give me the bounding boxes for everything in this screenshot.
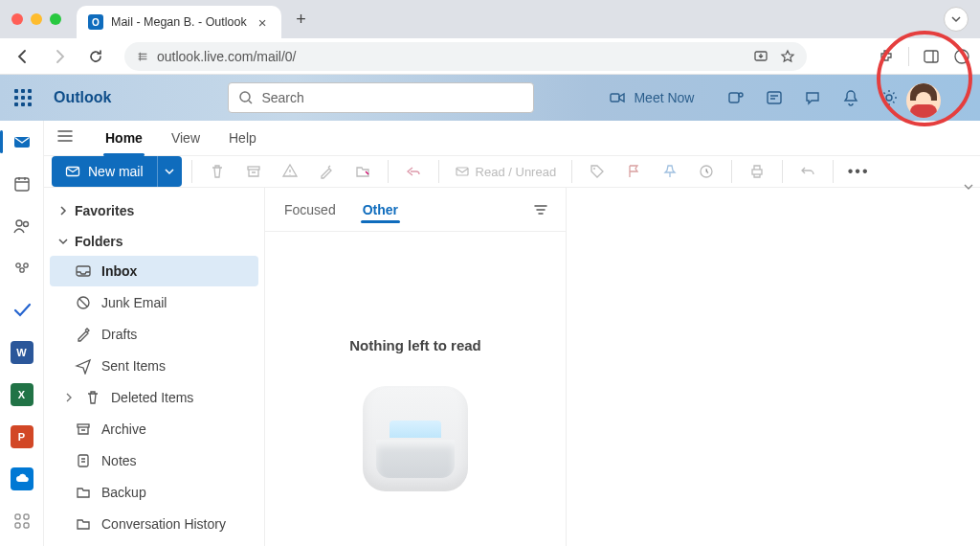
folders-header[interactable]: Folders <box>44 224 264 255</box>
notes-icon <box>75 452 92 469</box>
rail-powerpoint[interactable]: P <box>9 423 35 450</box>
svg-rect-23 <box>457 168 468 175</box>
tab-focused[interactable]: Focused <box>282 191 338 229</box>
folder-deleted[interactable]: Deleted Items <box>50 382 258 413</box>
close-tab-icon[interactable]: × <box>255 14 271 31</box>
empty-tray-icon <box>363 386 468 491</box>
news-icon[interactable] <box>765 88 784 107</box>
print-icon[interactable] <box>742 156 772 187</box>
maximize-window[interactable] <box>50 13 61 25</box>
profile-icon[interactable] <box>953 48 970 65</box>
extensions-icon[interactable] <box>878 48 895 65</box>
rail-excel[interactable]: X <box>9 381 35 408</box>
install-app-icon[interactable] <box>753 49 768 64</box>
pin-icon[interactable] <box>655 156 685 187</box>
tab-home[interactable]: Home <box>103 121 145 155</box>
svg-rect-26 <box>752 170 762 174</box>
tab-overflow-button[interactable] <box>944 7 969 32</box>
svg-point-13 <box>23 222 28 227</box>
bookmark-star-icon[interactable] <box>780 49 795 64</box>
svg-rect-22 <box>248 167 259 170</box>
svg-rect-18 <box>24 514 29 519</box>
nav-toggle-icon[interactable] <box>56 126 78 149</box>
rail-calendar[interactable] <box>9 171 35 197</box>
snooze-icon[interactable] <box>691 156 722 187</box>
meet-now-label: Meet Now <box>634 90 694 105</box>
close-window[interactable] <box>11 13 23 25</box>
archive-icon[interactable] <box>238 156 269 187</box>
chevron-right-icon <box>57 205 69 216</box>
categorize-tag-icon[interactable] <box>582 156 612 187</box>
svg-point-3 <box>240 92 250 102</box>
avatar-icon <box>906 83 941 118</box>
forward-button[interactable] <box>46 43 73 70</box>
folder-notes[interactable]: Notes <box>50 445 258 476</box>
read-unread-label: Read / Unread <box>476 165 557 179</box>
chat-icon[interactable] <box>803 88 822 107</box>
report-icon[interactable] <box>275 156 305 187</box>
outlook-favicon: O <box>88 14 103 30</box>
rail-more-apps[interactable] <box>9 508 35 535</box>
svg-rect-7 <box>768 92 781 103</box>
rail-mail[interactable] <box>9 128 35 155</box>
tab-other[interactable]: Other <box>361 191 400 229</box>
account-manager[interactable] <box>892 69 955 132</box>
teams-icon[interactable] <box>726 88 746 107</box>
rail-people[interactable] <box>9 213 35 239</box>
mail-icon <box>65 164 80 179</box>
filter-icon[interactable] <box>533 202 548 217</box>
collapse-ribbon-icon[interactable] <box>963 181 974 193</box>
search-box[interactable]: Search <box>228 82 534 113</box>
minimize-window[interactable] <box>31 13 42 25</box>
folder-sent[interactable]: Sent Items <box>50 351 258 381</box>
side-panel-icon[interactable] <box>923 48 940 65</box>
flag-icon[interactable] <box>618 156 649 187</box>
notifications-bell-icon[interactable] <box>841 88 860 107</box>
svg-point-14 <box>15 263 19 267</box>
undo-icon[interactable] <box>792 156 823 187</box>
address-bar[interactable]: outlook.live.com/mail/0/ <box>124 42 807 71</box>
new-mail-button[interactable]: New mail <box>52 156 157 187</box>
move-icon[interactable] <box>347 156 378 187</box>
folder-archive[interactable]: Archive <box>50 414 258 444</box>
folder-backup[interactable]: Backup <box>50 477 258 508</box>
folder-drafts[interactable]: Drafts <box>50 319 258 350</box>
new-mail-split[interactable] <box>157 156 182 187</box>
browser-toolbar: outlook.live.com/mail/0/ <box>0 38 980 75</box>
folder-icon <box>75 515 92 533</box>
empty-state-text: Nothing left to read <box>349 337 481 353</box>
svg-rect-1 <box>924 51 938 62</box>
browser-tab[interactable]: O Mail - Megan B. - Outlook × <box>77 6 281 38</box>
tab-help[interactable]: Help <box>227 121 258 155</box>
svg-point-15 <box>23 263 27 267</box>
reload-button[interactable] <box>82 43 109 70</box>
reply-all-icon[interactable] <box>398 156 429 187</box>
rail-todo[interactable] <box>9 297 35 324</box>
read-unread-button[interactable]: Read / Unread <box>449 164 563 179</box>
svg-rect-20 <box>24 523 29 528</box>
rail-onedrive[interactable] <box>9 466 35 492</box>
svg-point-16 <box>19 268 23 272</box>
chevron-right-icon <box>63 392 75 403</box>
archive-folder-icon <box>75 421 92 438</box>
app-launcher-icon[interactable] <box>10 84 36 111</box>
envelope-icon <box>455 164 470 179</box>
outlook-brand[interactable]: Outlook <box>54 89 111 106</box>
delete-icon[interactable] <box>202 156 233 187</box>
url-text: outlook.live.com/mail/0/ <box>157 49 297 64</box>
more-commands-icon[interactable]: ••• <box>843 156 874 187</box>
folder-inbox[interactable]: Inbox <box>50 256 258 286</box>
new-tab-button[interactable]: + <box>287 6 314 33</box>
folder-conversation-history[interactable]: Conversation History <box>50 509 258 539</box>
svg-rect-17 <box>15 514 20 519</box>
browser-tab-strip: O Mail - Megan B. - Outlook × + <box>0 0 980 38</box>
sweep-icon[interactable] <box>311 156 342 187</box>
meet-now-button[interactable]: Meet Now <box>599 83 703 112</box>
tab-view[interactable]: View <box>169 121 202 155</box>
favorites-header[interactable]: Favorites <box>44 197 264 224</box>
back-button[interactable] <box>10 43 36 70</box>
message-list-pane: Focused Other Nothing left to read <box>264 188 567 546</box>
rail-word[interactable]: W <box>9 339 35 366</box>
folder-junk[interactable]: Junk Email <box>50 287 258 318</box>
rail-groups[interactable] <box>9 255 35 282</box>
